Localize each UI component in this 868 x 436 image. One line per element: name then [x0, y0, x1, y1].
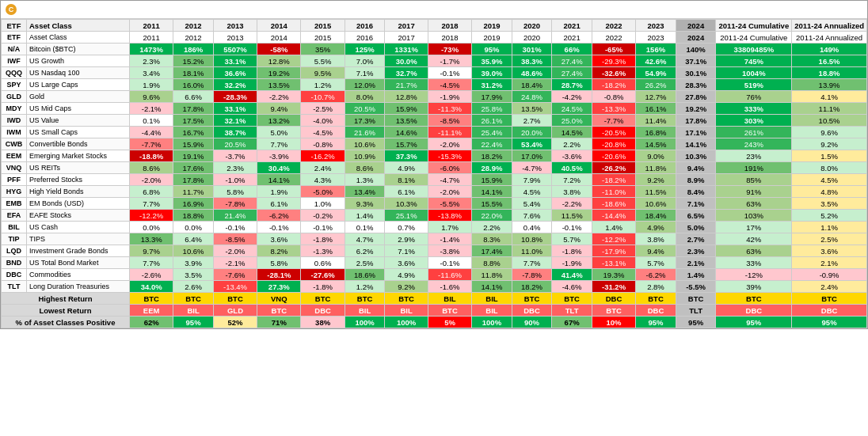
value-cell: -2.6%	[130, 269, 173, 281]
value-cell: 39.0%	[472, 67, 512, 79]
value-cell: 6.2%	[345, 245, 385, 257]
ticker-cell: BND	[2, 257, 27, 269]
value-cell: -18.8%	[130, 150, 173, 162]
value-cell: -11.0%	[592, 186, 635, 198]
footer-value-cell: BTC	[512, 293, 552, 305]
value-cell: 18.2%	[512, 281, 552, 293]
value-cell: -58%	[257, 44, 301, 55]
asset-name-cell: US Large Caps	[27, 79, 130, 91]
value-cell: 7.1%	[676, 198, 716, 210]
year-2018-header: 2018	[428, 20, 471, 32]
ticker-cell: EFA	[2, 210, 27, 222]
value-cell: 11.1%	[792, 103, 867, 115]
value-cell: 27.3%	[257, 281, 301, 293]
footer-value-cell: 95%	[173, 317, 214, 328]
footer-value-cell: 5%	[428, 317, 471, 328]
value-cell: 6.5%	[676, 210, 716, 222]
value-cell: 40.5%	[552, 162, 592, 174]
value-cell: 14.1%	[472, 186, 512, 198]
table-row: EEMEmerging Market Stocks-18.8%19.1%-3.7…	[2, 150, 867, 162]
value-cell: 2.3%	[130, 55, 173, 67]
ticker-cell: VNQ	[2, 162, 27, 174]
table-row: CWBConvertible Bonds-7.7%15.9%20.5%7.7%-…	[2, 138, 867, 150]
value-cell: 18.4%	[512, 79, 552, 91]
value-cell: -4.5%	[301, 127, 345, 138]
value-cell: 11.8%	[472, 269, 512, 281]
asset-name-cell: US REITs	[27, 162, 130, 174]
value-cell: 18.2%	[472, 150, 512, 162]
value-cell: 8.0%	[345, 91, 385, 103]
value-cell: 13.2%	[257, 115, 301, 127]
value-cell: 31.2%	[472, 79, 512, 91]
footer-value-cell: DBC	[512, 305, 552, 317]
asset-name-cell: Preferred Stocks	[27, 174, 130, 186]
value-cell: 14.1%	[472, 281, 512, 293]
value-cell: 9.5%	[301, 67, 345, 79]
asset-name-cell: Investment Grade Bonds	[27, 245, 130, 257]
value-cell: -28.3%	[213, 91, 257, 103]
value-cell: 2012	[173, 32, 214, 44]
footer-value-cell: BTC	[385, 293, 428, 305]
year-2022-header: 2022	[592, 20, 635, 32]
value-cell: -32.6%	[592, 67, 635, 79]
value-cell: 15.9%	[385, 103, 428, 115]
value-cell: 13.4%	[345, 186, 385, 198]
value-cell: 191%	[716, 162, 792, 174]
value-cell: 5.7%	[552, 233, 592, 245]
value-cell: 24.8%	[512, 91, 552, 103]
value-cell: 36.6%	[213, 67, 257, 79]
logo-icon: C	[6, 4, 17, 15]
value-cell: 17.3%	[345, 115, 385, 127]
value-cell: 1.0%	[301, 198, 345, 210]
value-cell: -7.8%	[213, 198, 257, 210]
value-cell: 19.2%	[676, 103, 716, 115]
table-row: VNQUS REITs8.6%17.6%2.3%30.4%2.4%8.6%4.9…	[2, 162, 867, 174]
cumulative-header: 2011-24 Cumulative	[716, 20, 792, 32]
value-cell: 1.4%	[592, 222, 635, 233]
ticker-cell: PFF	[2, 174, 27, 186]
ticker-cell: BIL	[2, 222, 27, 233]
value-cell: -20.6%	[592, 150, 635, 162]
value-cell: 4.9%	[636, 222, 676, 233]
value-cell: 301%	[512, 44, 552, 55]
value-cell: 0.7%	[385, 222, 428, 233]
value-cell: 0.4%	[512, 222, 552, 233]
value-cell: -7.6%	[213, 269, 257, 281]
value-cell: 66%	[552, 44, 592, 55]
value-cell: 2.3%	[213, 162, 257, 174]
value-cell: 39%	[716, 281, 792, 293]
value-cell: 261%	[716, 127, 792, 138]
value-cell: 15.9%	[173, 138, 214, 150]
value-cell: -1.8%	[552, 245, 592, 257]
footer-value-cell: BTC	[636, 293, 676, 305]
value-cell: -4.7%	[512, 162, 552, 174]
value-cell: 17.6%	[173, 162, 214, 174]
value-cell: -65%	[592, 44, 635, 55]
footer-value-cell: 95%	[716, 317, 792, 328]
value-cell: 35%	[301, 44, 345, 55]
value-cell: 16.1%	[636, 103, 676, 115]
value-cell: -27.6%	[301, 269, 345, 281]
value-cell: 3.5%	[792, 198, 867, 210]
value-cell: 2.7%	[676, 233, 716, 245]
footer-value-cell: DBC	[716, 305, 792, 317]
value-cell: 243%	[716, 138, 792, 150]
value-cell: 26.2%	[636, 79, 676, 91]
value-cell: 9.2%	[792, 138, 867, 150]
ticker-cell: QQQ	[2, 67, 27, 79]
value-cell: 18.6%	[345, 269, 385, 281]
value-cell: 5.4%	[512, 198, 552, 210]
value-cell: -13.8%	[428, 210, 471, 222]
value-cell: 8.8%	[472, 257, 512, 269]
year-2016-header: 2016	[345, 20, 385, 32]
asset-name-cell: Gold	[27, 91, 130, 103]
value-cell: 7.7%	[130, 198, 173, 210]
value-cell: 16.8%	[636, 127, 676, 138]
value-cell: 11.5%	[636, 186, 676, 198]
value-cell: 33.1%	[213, 55, 257, 67]
value-cell: 4.8%	[792, 186, 867, 198]
value-cell: 1.3%	[345, 174, 385, 186]
value-cell: 38.7%	[213, 127, 257, 138]
value-cell: -11.1%	[428, 127, 471, 138]
value-cell: 9.2%	[385, 281, 428, 293]
